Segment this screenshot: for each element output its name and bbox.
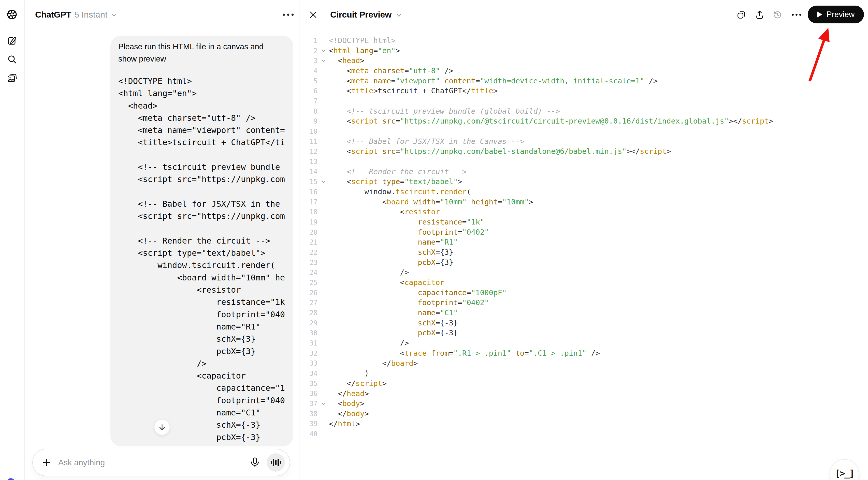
attach-plus-icon[interactable]: [41, 457, 52, 468]
editor-line: 10: [299, 126, 865, 136]
line-number: 15: [299, 178, 317, 186]
line-number: 4: [299, 67, 317, 75]
editor-code-text: name="R1": [329, 237, 458, 247]
editor-line: 30 pcbX={-3}: [299, 328, 865, 338]
editor-line: 22 schX={3}: [299, 247, 865, 258]
editor-line: 19 resistance="1k": [299, 217, 865, 227]
message-prose-line: show preview: [118, 53, 293, 65]
copy-icon[interactable]: [736, 9, 747, 20]
editor-code-text: <board width="10mm" height="10mm">: [329, 197, 533, 207]
editor-code-text: <resistor: [329, 207, 440, 217]
model-name: 5 Instant: [74, 10, 107, 20]
microphone-icon[interactable]: [249, 457, 260, 468]
editor-line: 14 <!-- Render the circuit -->: [299, 167, 865, 177]
message-code-line: <!-- tscircuit preview bundle: [118, 161, 293, 173]
user-message-code: <!DOCTYPE html><html lang="en"> <head> <…: [118, 75, 293, 446]
editor-code-text: </board>: [329, 358, 418, 369]
message-code-line: <meta name="viewport" content=: [118, 124, 293, 136]
message-code-line: [118, 186, 293, 198]
line-number: 16: [299, 188, 317, 196]
editor-code-text: footprint="0402": [329, 227, 489, 237]
message-code-line: <script src="https://unpkg.com: [118, 210, 293, 222]
line-number: 23: [299, 259, 317, 266]
message-code-line: capacitance="1: [118, 382, 293, 394]
editor-line: 25 <capacitor: [299, 278, 865, 288]
message-code-line: <script src="https://unpkg.com: [118, 173, 293, 185]
line-number: 1: [299, 37, 317, 44]
message-code-line: schX={-3}: [118, 419, 293, 431]
message-code-line: <capacitor: [118, 370, 293, 382]
editor-line: 1<!DOCTYPE html>: [299, 36, 865, 46]
voice-mode-button[interactable]: [267, 453, 285, 472]
account-avatar[interactable]: [7, 478, 15, 480]
history-icon[interactable]: [772, 9, 783, 20]
editor-code-text: <script src="https://unpkg.com/@tscircui…: [329, 116, 773, 126]
editor-line: 8 <!-- tscircuit preview bundle (global …: [299, 106, 865, 117]
line-number: 22: [299, 249, 317, 256]
line-number: 20: [299, 229, 317, 236]
message-code-line: <html lang="en">: [118, 87, 293, 99]
share-icon[interactable]: [754, 9, 765, 20]
editor-code-text: <script src="https://unpkg.com/babel-sta…: [329, 147, 671, 157]
preview-button-label: Preview: [827, 10, 855, 19]
editor-code-text: <trace from=".R1 > .pin1" to=".C1 > .pin…: [329, 348, 600, 358]
editor-line: 31 />: [299, 338, 865, 348]
editor-line: 18 <resistor: [299, 207, 865, 217]
editor-line: 33 </board>: [299, 358, 865, 369]
editor-line: 32 <trace from=".R1 > .pin1" to=".C1 > .…: [299, 348, 865, 358]
editor-line: 28 name="C1": [299, 308, 865, 318]
line-number: 26: [299, 289, 317, 297]
code-editor[interactable]: 1<!DOCTYPE html>2<html lang="en">3 <head…: [299, 36, 865, 439]
editor-line: 36 </head>: [299, 389, 865, 399]
model-switcher[interactable]: ChatGPT 5 Instant: [35, 9, 117, 20]
canvas-more-icon[interactable]: [791, 9, 802, 20]
library-icon[interactable]: [6, 72, 18, 84]
line-number: 30: [299, 329, 317, 337]
message-code-line: [118, 222, 293, 235]
fold-chevron-icon[interactable]: [317, 48, 329, 54]
arrow-down-icon: [158, 423, 166, 431]
editor-line: 20 footprint="0402": [299, 227, 865, 237]
editor-line: 37 <body>: [299, 398, 865, 409]
line-number: 36: [299, 390, 317, 397]
line-number: 38: [299, 410, 317, 418]
editor-code-text: <body>: [329, 398, 365, 409]
new-chat-icon[interactable]: [6, 35, 18, 46]
line-number: 32: [299, 350, 317, 357]
editor-line: 11 <!-- Babel for JSX/TSX in the Canvas …: [299, 136, 865, 147]
editor-code-text: schX={-3}: [329, 318, 458, 328]
message-code-line: />: [118, 357, 293, 370]
fold-chevron-icon[interactable]: [317, 58, 329, 64]
close-canvas-icon[interactable]: [308, 10, 318, 20]
editor-line: 9 <script src="https://unpkg.com/@tscirc…: [299, 116, 865, 126]
line-number: 7: [299, 97, 317, 105]
chat-composer[interactable]: Ask anything: [32, 449, 290, 476]
voice-bars-icon: [271, 458, 281, 467]
message-code-line: name="C1": [118, 407, 293, 419]
line-number: 9: [299, 118, 317, 125]
message-code-line: <title>tscircuit + ChatGPT</ti: [118, 136, 293, 149]
editor-line: 13: [299, 157, 865, 167]
message-input[interactable]: Ask anything: [58, 458, 249, 467]
conversation-options-icon[interactable]: [281, 10, 296, 19]
line-number: 24: [299, 269, 317, 276]
line-number: 14: [299, 168, 317, 176]
openai-logo[interactable]: [6, 9, 18, 20]
editor-line: 29 schX={-3}: [299, 318, 865, 328]
fold-chevron-icon[interactable]: [317, 401, 329, 407]
editor-line: 12 <script src="https://unpkg.com/babel-…: [299, 147, 865, 157]
message-code-line: <!DOCTYPE html>: [118, 75, 293, 87]
editor-code-text: <title>tscircuit + ChatGPT</title>: [329, 86, 498, 96]
line-number: 40: [299, 430, 317, 438]
editor-line: 5 <meta name="viewport" content="width=d…: [299, 76, 865, 86]
editor-code-text: schX={3}: [329, 247, 453, 258]
scroll-to-bottom-button[interactable]: [154, 419, 170, 435]
preview-button[interactable]: Preview: [808, 6, 864, 23]
fold-chevron-icon[interactable]: [317, 179, 329, 185]
editor-code-text: <capacitor: [329, 278, 444, 288]
search-icon[interactable]: [6, 54, 18, 65]
canvas-title-dropdown[interactable]: Circuit Preview: [330, 9, 402, 20]
line-number: 12: [299, 148, 317, 155]
editor-code-text: <!-- Babel for JSX/TSX in the Canvas -->: [329, 136, 524, 147]
line-number: 3: [299, 57, 317, 65]
